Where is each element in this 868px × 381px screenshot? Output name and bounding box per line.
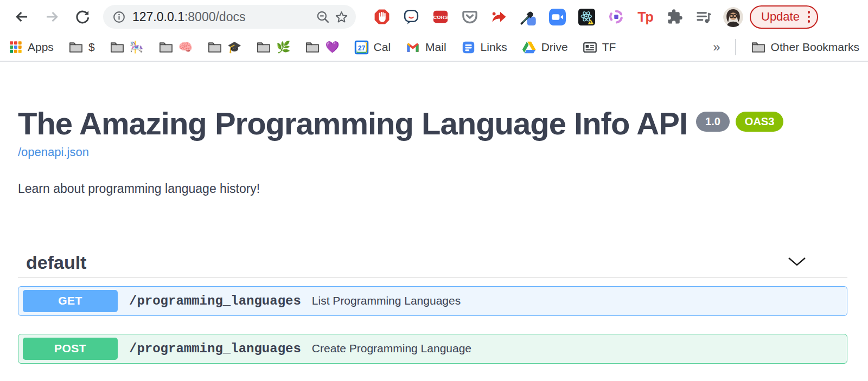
folder-icon	[207, 40, 222, 55]
kebab-menu-icon	[808, 11, 810, 23]
folder-icon	[751, 40, 766, 55]
bookmark-label: 🧠	[178, 41, 193, 54]
reload-icon	[74, 9, 91, 25]
browser-toolbar: 127.0.0.1:8000/docs CORS	[0, 0, 868, 34]
back-arrow-icon	[14, 9, 30, 25]
swagger-page: The Amazing Programming Language Info AP…	[0, 107, 868, 364]
google-drive-icon	[522, 40, 537, 55]
bookmark-folder-carousel[interactable]: 🎠	[110, 40, 144, 55]
section-default-header[interactable]: default	[18, 248, 847, 278]
react-devtools-extension-icon[interactable]	[578, 9, 595, 25]
bookmark-label: TF	[602, 41, 616, 54]
update-menu-button[interactable]: Update	[750, 5, 818, 29]
folder-icon	[305, 40, 320, 55]
profile-avatar[interactable]	[723, 7, 743, 27]
folder-icon	[158, 40, 174, 55]
bookmarks-bar: Apps $ 🎠 🧠 🎓 🌿 💜 27 Cal	[0, 34, 868, 62]
openapi-spec-link[interactable]: /openapi.json	[18, 145, 89, 159]
collapse-chevron-icon[interactable]	[787, 256, 807, 269]
method-badge-post: POST	[23, 338, 118, 360]
cors-extension-icon[interactable]: CORS	[432, 9, 449, 25]
operation-summary: List Programming Languages	[312, 294, 461, 307]
zoom-out-page-icon[interactable]	[314, 8, 332, 26]
card-outline-icon	[583, 40, 597, 55]
operation-summary: Create Programming Language	[312, 342, 471, 355]
bookmark-label: $	[88, 41, 95, 54]
folder-icon	[110, 40, 125, 55]
reload-button[interactable]	[70, 4, 95, 29]
bookmark-cal[interactable]: 27 Cal	[354, 40, 391, 55]
bookmarks-overflow-chevron[interactable]: »	[713, 40, 720, 55]
bookmark-label: Mail	[425, 41, 446, 54]
bookmark-tf[interactable]: TF	[583, 40, 616, 55]
bookmark-apps[interactable]: Apps	[9, 40, 54, 54]
bookmark-label: Cal	[374, 41, 391, 54]
recycle-flower-extension-icon[interactable]	[608, 9, 624, 25]
other-bookmarks-label: Other Bookmarks	[771, 41, 859, 54]
bookmark-folder-school[interactable]: 🎓	[207, 40, 241, 55]
url-host: 127.0.0.1	[132, 10, 184, 24]
bookmark-label: Apps	[28, 41, 54, 54]
api-info-block: The Amazing Programming Language Info AP…	[18, 107, 847, 196]
address-bar[interactable]: 127.0.0.1:8000/docs	[103, 5, 356, 29]
extensions-row: CORS Tp	[373, 9, 712, 25]
oas3-badge: OAS3	[736, 112, 783, 132]
bookmark-label: Drive	[541, 41, 568, 54]
pocket-extension-icon[interactable]	[461, 9, 478, 25]
back-button[interactable]	[9, 4, 34, 29]
toucan-tp-extension-icon[interactable]: Tp	[637, 9, 654, 25]
folder-icon	[68, 40, 84, 55]
bookmark-folder-heart[interactable]: 💜	[305, 40, 339, 55]
google-calendar-icon: 27	[354, 40, 369, 55]
bookmark-label: 💜	[325, 41, 339, 54]
bookmark-folder-herb[interactable]: 🌿	[256, 40, 290, 55]
api-title: The Amazing Programming Language Info AP…	[18, 107, 687, 140]
links-doc-icon	[461, 40, 476, 55]
bookmark-label: Links	[481, 41, 507, 54]
bookmark-folder-brain[interactable]: 🧠	[158, 40, 193, 55]
site-info-icon[interactable]	[110, 8, 128, 26]
method-badge-get: GET	[23, 290, 118, 312]
operation-path: /programming_languages	[129, 341, 301, 356]
bookmarks-divider	[735, 39, 736, 55]
bookmark-star-icon[interactable]	[332, 8, 350, 26]
api-description: Learn about programming language history…	[18, 182, 847, 196]
operation-path: /programming_languages	[129, 294, 301, 308]
extensions-puzzle-icon[interactable]	[666, 9, 683, 25]
chat-bubble-extension-icon[interactable]	[403, 9, 419, 25]
url-path: :8000/docs	[184, 10, 246, 24]
apps-grid-icon	[9, 40, 23, 54]
bookmark-mail[interactable]: Mail	[405, 40, 446, 55]
adblock-stop-hand-icon[interactable]	[373, 9, 390, 25]
update-label: Update	[761, 10, 800, 24]
section-title: default	[26, 252, 86, 273]
bookmark-links[interactable]: Links	[461, 40, 507, 55]
gmail-icon	[405, 40, 420, 55]
operation-post-row[interactable]: POST /programming_languages Create Progr…	[18, 334, 847, 364]
bookmark-label: 🎓	[227, 41, 241, 54]
bookmark-drive[interactable]: Drive	[522, 40, 568, 55]
share-arrow-extension-icon[interactable]	[490, 9, 507, 25]
svg-text:27: 27	[358, 44, 365, 52]
operation-get-row[interactable]: GET /programming_languages List Programm…	[18, 286, 847, 316]
forward-button[interactable]	[40, 4, 65, 29]
music-playlist-icon[interactable]	[695, 9, 712, 25]
url-text[interactable]: 127.0.0.1:8000/docs	[132, 10, 309, 24]
other-bookmarks[interactable]: Other Bookmarks	[751, 40, 859, 55]
section-default: default GET /programming_languages List …	[18, 248, 847, 364]
zoom-video-extension-icon[interactable]	[549, 9, 566, 25]
bookmark-label: 🎠	[130, 41, 144, 54]
svg-text:CORS: CORS	[433, 15, 448, 20]
forward-arrow-icon	[44, 9, 60, 25]
bookmark-label: 🌿	[276, 41, 290, 54]
color-picker-extension-icon[interactable]	[520, 9, 537, 25]
folder-icon	[256, 40, 271, 55]
version-badge: 1.0	[696, 112, 730, 132]
browser-chrome: 127.0.0.1:8000/docs CORS	[0, 0, 868, 62]
bookmark-folder-money[interactable]: $	[68, 40, 95, 55]
